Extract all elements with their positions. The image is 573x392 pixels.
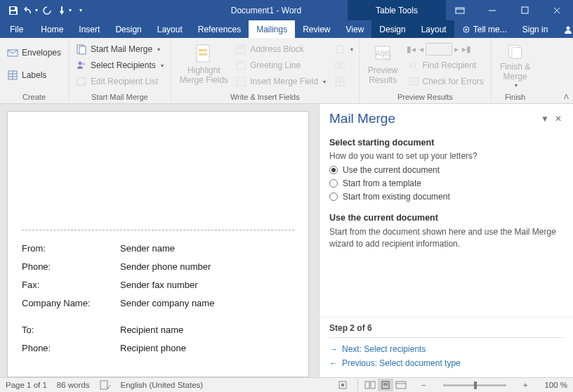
tab-mailings[interactable]: Mailings — [249, 20, 295, 38]
step-indicator: Step 2 of 6 — [329, 322, 563, 338]
start-mail-merge-button[interactable]: Start Mail Merge▾ — [73, 41, 166, 57]
document-area[interactable]: From:Sender name Phone:Sender phone numb… — [0, 104, 319, 377]
svg-point-7 — [465, 28, 467, 30]
tab-file[interactable]: File — [0, 20, 33, 38]
svg-rect-15 — [79, 46, 86, 54]
svg-rect-41 — [511, 48, 521, 58]
rules-button[interactable]: ▾ — [333, 41, 355, 57]
maximize-icon[interactable] — [508, 0, 541, 20]
prev-record-icon[interactable]: ◂ — [418, 41, 425, 57]
macro-record-icon[interactable] — [338, 380, 348, 390]
next-step-link[interactable]: →Next: Select recipients — [329, 342, 563, 356]
group-write-insert: Highlight Merge Fields Address Block Gre… — [171, 38, 360, 103]
highlight-merge-fields-button[interactable]: Highlight Merge Fields — [176, 39, 232, 89]
tab-table-layout[interactable]: Layout — [414, 20, 454, 38]
share-button[interactable]: Share — [555, 20, 573, 38]
document-page[interactable]: From:Sender name Phone:Sender phone numb… — [7, 111, 309, 377]
radio-icon — [329, 179, 338, 188]
svg-rect-46 — [371, 381, 375, 388]
group-label: Write & Insert Fields — [176, 91, 355, 103]
web-layout-icon[interactable] — [393, 379, 409, 391]
language-indicator[interactable]: English (United States) — [121, 381, 204, 389]
radio-icon — [329, 166, 338, 174]
svg-line-38 — [415, 67, 418, 70]
preview-results-button[interactable]: ABC Preview Results — [364, 39, 402, 89]
group-start-mail-merge: Start Mail Merge▾ Select Recipients▾ Edi… — [69, 38, 171, 103]
zoom-out-icon[interactable]: − — [419, 381, 429, 389]
svg-text:ABC: ABC — [376, 50, 390, 58]
collapse-ribbon-icon[interactable]: ᐱ — [564, 93, 569, 100]
last-record-icon[interactable]: ▸▮ — [461, 41, 473, 57]
check-errors-button[interactable]: Check for Errors — [405, 74, 487, 89]
prev-step-link[interactable]: ←Previous: Select document type — [329, 356, 563, 370]
record-number-input[interactable] — [426, 43, 452, 55]
pane-footer: Step 2 of 6 →Next: Select recipients ←Pr… — [320, 317, 573, 377]
tab-view[interactable]: View — [338, 20, 372, 38]
svg-rect-39 — [409, 78, 418, 85]
radio-existing[interactable]: Start from existing document — [329, 192, 563, 202]
zoom-thumb[interactable] — [474, 381, 477, 389]
field-from[interactable]: From:Sender name — [22, 243, 294, 254]
select-recipients-button[interactable]: Select Recipients▾ — [73, 58, 166, 73]
zoom-slider[interactable] — [443, 384, 506, 386]
radio-current-document[interactable]: Use the current document — [329, 165, 563, 175]
envelopes-button[interactable]: Envelopes — [4, 45, 64, 60]
greeting-line-button[interactable]: Greeting Line — [232, 58, 329, 73]
zoom-level[interactable]: 100 % — [544, 381, 567, 389]
tab-layout[interactable]: Layout — [150, 20, 190, 38]
next-record-icon[interactable]: ▸ — [453, 41, 460, 57]
tab-table-design[interactable]: Design — [371, 20, 413, 38]
save-icon[interactable] — [6, 3, 21, 18]
word-count[interactable]: 86 words — [57, 381, 90, 389]
match-fields-button[interactable] — [333, 58, 355, 73]
svg-rect-0 — [11, 7, 15, 10]
tell-me[interactable]: Tell me... — [454, 20, 515, 38]
field-company[interactable]: Company Name:Sender company name — [22, 298, 294, 308]
insert-merge-field-button[interactable]: Insert Merge Field▾ — [232, 74, 329, 89]
minimize-icon[interactable] — [476, 0, 508, 20]
svg-rect-21 — [199, 53, 207, 55]
section-heading: Select starting document — [329, 138, 563, 148]
radio-template[interactable]: Start from a template — [329, 178, 563, 188]
finish-merge-button[interactable]: Finish & Merge▾ — [496, 39, 534, 89]
arrow-left-icon: ← — [329, 358, 338, 368]
radio-icon — [329, 192, 338, 201]
field-fax[interactable]: Fax:Sender fax number — [22, 280, 294, 290]
address-block-button[interactable]: Address Block — [232, 41, 329, 57]
edit-recipient-list-button[interactable]: Edit Recipient List — [73, 74, 166, 89]
labels-button[interactable]: Labels — [4, 67, 64, 83]
svg-rect-25 — [237, 61, 245, 70]
pane-close-icon[interactable]: ✕ — [552, 112, 565, 125]
pane-header: Mail Merge ▼ ✕ — [320, 104, 573, 132]
field-recipient-phone[interactable]: Phone:Recipient phone — [22, 343, 294, 353]
qat-customize-icon[interactable]: ▾ — [73, 3, 88, 18]
tab-design[interactable]: Design — [107, 20, 149, 38]
print-layout-icon[interactable] — [378, 379, 393, 391]
spell-check-icon[interactable] — [100, 380, 111, 390]
sign-in[interactable]: Sign in — [515, 20, 556, 38]
tab-home[interactable]: Home — [33, 20, 71, 38]
svg-rect-1 — [11, 11, 16, 14]
field-phone[interactable]: Phone:Sender phone number — [22, 261, 294, 272]
svg-point-17 — [82, 63, 85, 65]
close-icon[interactable] — [541, 0, 573, 20]
context-tab-title: Table Tools — [348, 0, 446, 20]
pane-body: Select starting document How do you want… — [320, 132, 573, 317]
page-indicator[interactable]: Page 1 of 1 — [6, 381, 47, 389]
undo-icon[interactable]: ▾ — [22, 3, 38, 18]
zoom-in-icon[interactable]: + — [520, 381, 531, 389]
workspace: From:Sender name Phone:Sender phone numb… — [0, 104, 573, 377]
pane-options-icon[interactable]: ▼ — [538, 112, 552, 125]
tab-review[interactable]: Review — [295, 20, 338, 38]
tab-references[interactable]: References — [190, 20, 249, 38]
redo-icon[interactable] — [39, 3, 55, 18]
touch-mode-icon[interactable]: ▾ — [56, 3, 72, 18]
first-record-icon[interactable]: ▮◂ — [405, 41, 417, 57]
tab-insert[interactable]: Insert — [71, 20, 107, 38]
ribbon-display-options-icon[interactable] — [444, 0, 476, 20]
section-description: Start from the document shown here and u… — [329, 226, 563, 250]
find-recipient-button[interactable]: Find Recipient — [405, 58, 487, 73]
read-mode-icon[interactable] — [362, 379, 378, 391]
field-to[interactable]: To:Recipient name — [22, 325, 294, 335]
update-labels-button[interactable] — [333, 74, 355, 89]
